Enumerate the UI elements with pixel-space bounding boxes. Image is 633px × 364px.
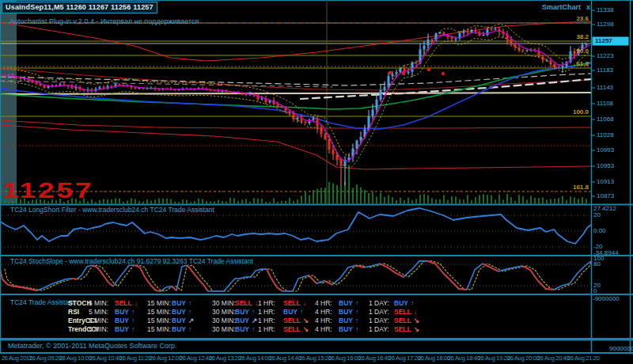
indicator-scale-label: 0.00 [593,228,606,234]
panel3-scale-top: -9000000 [593,296,620,302]
ta-signal-value: BUY↑ [115,317,135,324]
ta-signal-value: SELL↘ [394,317,419,324]
ta-timeframe-label: 1 DAY: [369,300,389,307]
mt4-window: UsaIndSep11,M5 11260 11267 11256 11257 A… [0,0,633,364]
ta-timeframe-label: 4 HR: [315,326,332,333]
time-axis-label: 26 Aug 19:20 [478,355,510,362]
ta-signal-value: BUY↑ [339,300,358,307]
ta-timeframe-label: 4 HR: [315,300,332,307]
ta-signal-value: BUY↑ [339,326,358,333]
time-axis-label: 26 Aug 15:20 [299,355,332,362]
time-axis-label: 26 Aug 10:00 [59,355,92,362]
time-axis-label: 26 Aug 12:00 [150,355,182,362]
fib-level-label: 50.0 [549,48,589,55]
up-right-arrow-icon: ↗ [188,317,195,324]
time-axis-label: 26 Aug 13:20 [209,355,241,362]
ta-row-name-rsi: RSI [68,309,79,316]
up-right-arrow-icon: ↗ [252,317,258,324]
down-right-arrow-icon: ↘ [414,317,420,324]
down-right-arrow-icon: ↘ [303,325,309,333]
time-axis-label: 26 Aug 11:20 [119,355,151,362]
ta-signal-value: BUY↑ [394,300,414,307]
time-axis-label: 26 Aug 20:40 [537,355,570,362]
ta-signal-value: BUY↗ [172,317,195,324]
smartchart-tab-label[interactable]: SmartChart [542,4,581,11]
price-axis-label: 10913 [597,179,614,185]
up-arrow-icon: ↑ [131,308,135,316]
ta-signal-value: BUY↑ [283,309,303,316]
ta-timeframe-label: 1 DAY: [369,309,389,316]
ta-timeframe-label: 5 MIN: [89,309,108,316]
ta-timeframe-label: 15 MIN: [147,317,171,324]
ta-timeframe-label: 1 HR: [258,317,275,324]
up-arrow-icon: ↑ [355,325,359,333]
ta-timeframe-label: 1 HR: [258,300,275,307]
current-price-tag: 11257 [595,38,612,44]
ta-signal-value: BUY↑ [339,317,358,324]
ta-timeframe-label: 5 MIN: [89,317,108,324]
time-axis-label: 26 Aug 14:00 [239,355,271,362]
big-price-label: 11257 [2,180,93,202]
up-arrow-icon: ↑ [188,325,192,333]
time-axis-label: 26 Aug 14:40 [269,355,301,362]
time-axis-label: 26 Aug 18:40 [448,355,480,362]
time-axis-label: 26 Aug 20:00 [507,355,540,362]
indicator-scale-label: 20 [593,212,601,218]
ta-signal-value: SELL↓ [394,309,417,316]
fib-level-label: 100.0 [549,109,589,116]
price-axis-label: 10953 [597,163,614,169]
close-icon[interactable]: x [586,4,590,11]
price-axis-label: 11143 [597,85,613,91]
fib-level-label: 161.8 [549,184,589,191]
up-arrow-icon: ↑ [411,299,415,307]
ta-timeframe-label: 30 MIN: [212,309,236,316]
ta-signal-value: BUY↑ [235,326,255,333]
indicator1-title: TC24 LongShort Filter - www.tradersclub2… [10,207,214,214]
time-axis-label: 26 Aug 16:00 [328,355,361,362]
price-axis-label: 11028 [597,132,614,138]
up-arrow-icon: ↑ [131,317,135,324]
ta-signal-value: BUY↑ [172,300,191,307]
price-axis-label: 10993 [597,147,614,154]
up-arrow-icon: ↑ [188,308,192,316]
ta-signal-value: BUY↑ [172,309,191,316]
down-arrow-icon: ↓ [303,299,307,307]
time-axis-label: 26 Aug 18:00 [418,355,450,362]
indicator-scale-label: 0 [593,288,597,294]
up-arrow-icon: ↑ [252,325,256,333]
ta-timeframe-label: 30 MIN: [212,300,236,307]
fib-level-label: 23.6 [549,16,589,22]
up-arrow-icon: ↑ [355,299,359,307]
ta-timeframe-label: 30 MIN: [212,317,236,324]
up-arrow-icon: ↑ [355,308,359,316]
price-axis-label: 11223 [597,53,614,59]
up-arrow-icon: ↑ [300,308,304,316]
ta-signal-value: SELL↘ [283,317,309,324]
price-axis-label: 10873 [597,193,614,199]
time-axis-label: 26 Aug 10:40 [89,355,122,362]
ta-timeframe-label: 4 HR: [315,317,332,324]
down-right-arrow-icon: ↘ [303,317,309,324]
status-bar: Metatrader, © 2001-2011 MetaQuotes Softw… [8,343,177,350]
ta-signal-value: BUY↑ [235,309,255,316]
ta-timeframe-label: 15 MIN: [147,300,171,307]
price-axis-label: 11298 [597,21,614,28]
ta-timeframe-label: 5 MIN: [89,300,108,307]
fib-level-label: 38.2 [549,34,589,40]
ta-signal-value: SELL↓ [235,300,258,307]
price-axis-label: 11183 [597,67,613,74]
ta-signal-value: BUY↑ [172,326,191,333]
ta-signal-value: BUY↑ [339,309,358,316]
ta-signal-value: SELL↘ [394,326,419,333]
time-axis-label: 26 Aug 21:20 [567,355,600,362]
ta-timeframe-label: 4 HR: [315,309,332,316]
up-arrow-icon: ↑ [252,308,256,316]
time-axis-label: 26 Aug 09:20 [29,355,62,362]
time-axis-label: 26 Aug 2011 [2,355,32,362]
ta-signal-value: SELL↓ [115,300,138,307]
indicator-scale-label: 80 [593,261,601,267]
down-arrow-icon: ↓ [135,299,138,307]
ta-signal-value: BUY↑ [115,326,135,333]
trade-assistant-title: TC24 Trade Assistant [10,299,74,306]
indicator2-title: TC24 StochSlope - www.tradersclub24.ch 9… [10,258,253,265]
